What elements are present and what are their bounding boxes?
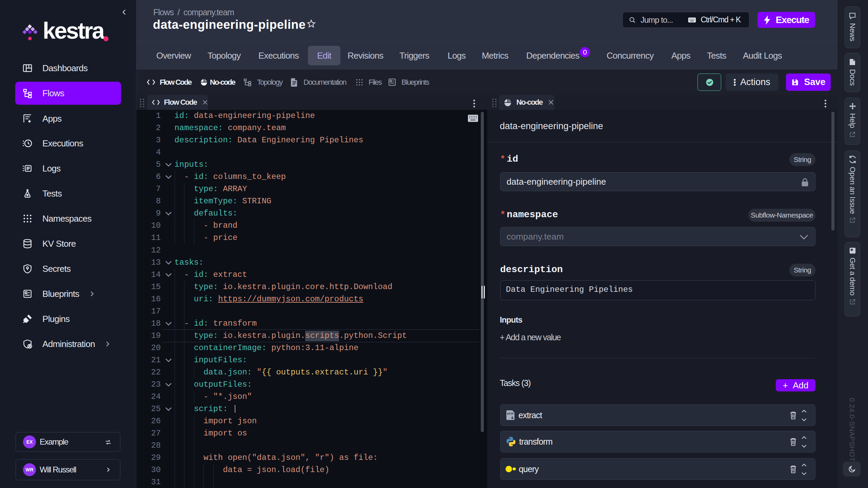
svg-text:HTTP: HTTP [507,412,514,415]
